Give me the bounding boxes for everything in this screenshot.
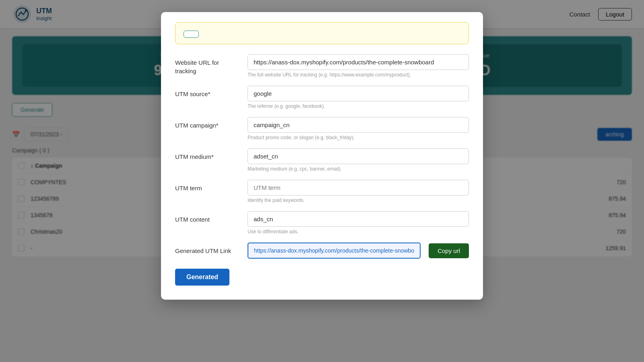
instructions-button[interactable] (184, 31, 199, 38)
website-url-input[interactable] (248, 54, 469, 70)
utm-term-field-wrapper: Identify the paid keywords. (248, 180, 469, 203)
utm-content-row: UTM content Use to differentiate ads. (175, 211, 469, 234)
utm-term-row: UTM term Identify the paid keywords. (175, 180, 469, 203)
utm-medium-hint: Marketing medium (e.g. cpc, banner, emai… (248, 166, 469, 172)
utm-term-label: UTM term (175, 180, 239, 192)
copy-url-button[interactable]: Copy url (429, 243, 469, 258)
utm-content-field-wrapper: Use to differentiate ads. (248, 211, 469, 234)
generated-link-label: Generated UTM Link (175, 247, 239, 255)
generated-button[interactable]: Generated (175, 269, 229, 286)
generated-btn-wrapper: Generated (175, 269, 469, 286)
instructions-banner (175, 22, 469, 44)
generated-link-row: Generated UTM Link Copy url (175, 243, 469, 259)
utm-medium-row: UTM medium* Marketing medium (e.g. cpc, … (175, 148, 469, 172)
utm-medium-field-wrapper: Marketing medium (e.g. cpc, banner, emai… (248, 148, 469, 172)
utm-campaign-row: UTM campaign* Product promo code, or slo… (175, 117, 469, 140)
modal-overlay: Website URL for tracking The full websit… (0, 0, 644, 362)
utm-term-hint: Identify the paid keywords. (248, 197, 469, 203)
utm-medium-input[interactable] (248, 148, 469, 164)
website-url-row: Website URL for tracking The full websit… (175, 54, 469, 78)
utm-generator-modal: Website URL for tracking The full websit… (161, 12, 483, 300)
generated-link-input[interactable] (248, 243, 421, 259)
utm-source-label: UTM source* (175, 86, 239, 98)
utm-content-label: UTM content (175, 211, 239, 224)
utm-campaign-input[interactable] (248, 117, 469, 133)
utm-campaign-hint: Product promo code, or slogan (e.g. blac… (248, 135, 469, 140)
utm-campaign-field-wrapper: Product promo code, or slogan (e.g. blac… (248, 117, 469, 140)
website-url-hint: The full website URL for tracking (e.g. … (248, 72, 469, 78)
utm-source-field-wrapper: The referrer (e.g. google, facebook). (248, 86, 469, 109)
utm-source-hint: The referrer (e.g. google, facebook). (248, 103, 469, 109)
website-url-label: Website URL for tracking (175, 54, 239, 75)
utm-medium-label: UTM medium* (175, 148, 239, 161)
utm-content-input[interactable] (248, 211, 469, 227)
utm-term-input[interactable] (248, 180, 469, 195)
utm-source-input[interactable] (248, 86, 469, 101)
utm-content-hint: Use to differentiate ads. (248, 229, 469, 234)
utm-campaign-label: UTM campaign* (175, 117, 239, 130)
website-url-field-wrapper: The full website URL for tracking (e.g. … (248, 54, 469, 78)
utm-source-row: UTM source* The referrer (e.g. google, f… (175, 86, 469, 109)
